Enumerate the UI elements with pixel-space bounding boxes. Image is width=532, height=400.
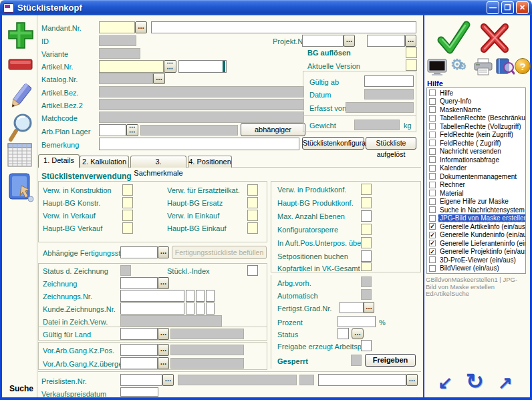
table-icon[interactable] — [7, 143, 32, 170]
help-list-item[interactable]: Eigene Hilfe zur Maske — [428, 198, 525, 206]
abhaengiger-arbplan-button[interactable]: abhängiger Arb.Plan — [241, 123, 305, 136]
gueltig-ab-field[interactable] — [364, 75, 414, 87]
cancel-icon[interactable] — [477, 19, 512, 59]
help-list-item[interactable]: Query-Info — [428, 97, 525, 106]
checkbox-icon[interactable] — [429, 232, 436, 238]
checkbox-icon[interactable] — [429, 240, 436, 246]
vkdatum-field[interactable] — [120, 387, 158, 397]
back-arrow-icon[interactable]: ↙ — [438, 373, 452, 393]
fertigst-field[interactable] — [340, 302, 364, 313]
checkbox-icon[interactable] — [429, 123, 436, 130]
checkbox-icon[interactable] — [429, 215, 436, 222]
checkbox-icon[interactable] — [429, 248, 436, 255]
usage-r1-checkbox[interactable] — [361, 184, 372, 195]
checkbox-icon[interactable] — [429, 265, 436, 272]
checkbox-icon[interactable] — [429, 140, 436, 146]
projekt2-browse-button[interactable]: … — [405, 35, 416, 47]
help-list-item[interactable]: Informationsabfrage — [428, 156, 525, 164]
help-list-item[interactable]: Material — [428, 189, 525, 198]
prozent-field[interactable] — [338, 316, 376, 327]
usage-r7-checkbox[interactable] — [361, 262, 372, 271]
help-list-item[interactable]: TabellenRechte (Vollzugriff) — [428, 122, 525, 131]
zeichnung-field[interactable] — [120, 277, 158, 289]
help-list-item[interactable]: FeldRechte ( Zugriff) — [428, 139, 525, 148]
checkbox-icon[interactable] — [429, 132, 436, 138]
freigabe-checkbox[interactable] — [361, 340, 372, 351]
help-list-item[interactable]: Generelle Kundeninfo (ein/aus) — [428, 231, 525, 240]
arbplan-lager-field[interactable] — [99, 124, 126, 136]
kunde-nr-sub1-field[interactable] — [186, 303, 194, 315]
zeichnung-browse-button[interactable]: … — [158, 277, 169, 289]
add-icon[interactable] — [8, 21, 33, 53]
artikel-nr-field[interactable] — [99, 60, 164, 73]
help-list-item[interactable]: MaskenName — [428, 106, 525, 114]
help-list-item[interactable]: Hilfe — [428, 89, 525, 97]
freigeben-button[interactable]: Freigeben — [365, 354, 416, 367]
close-button[interactable]: ✕ — [516, 1, 529, 14]
aktuelle-version-checkbox[interactable] — [406, 59, 417, 71]
fertigst-browse-button[interactable]: … — [364, 302, 374, 313]
help-list-item[interactable]: Dokumentenmanagement — [428, 172, 525, 181]
minimize-button[interactable]: — — [487, 1, 499, 14]
help-list-item[interactable]: Generelle Lieferanteninfo (ein/aus) — [428, 239, 525, 248]
help-list-item[interactable]: Generelle Projektinfo (ein/aus) — [428, 248, 525, 256]
stueckl-index-field[interactable] — [247, 265, 258, 276]
bg-aufloesen-checkbox[interactable] — [406, 47, 417, 58]
checkbox-icon[interactable] — [429, 190, 436, 196]
bemerkung-field[interactable] — [99, 138, 299, 150]
projekt-nr2-field[interactable] — [367, 35, 405, 47]
help-list-item[interactable]: Suche in Nachrichtensystem speich — [428, 206, 525, 214]
monitor-icon[interactable] — [427, 59, 447, 78]
preisliste-field[interactable] — [120, 374, 162, 386]
checkbox-icon[interactable] — [429, 198, 436, 205]
checkbox-icon[interactable] — [429, 98, 436, 105]
checkbox-icon[interactable] — [429, 148, 436, 155]
print-icon[interactable] — [473, 58, 493, 78]
checkbox-icon[interactable] — [429, 106, 436, 113]
edit-icon[interactable] — [7, 81, 33, 115]
search-icon[interactable] — [7, 112, 35, 146]
usage-c1r3-checkbox[interactable] — [122, 210, 133, 221]
zeichnungs-nr-sub3-field[interactable] — [206, 290, 215, 302]
maximize-button[interactable]: ❐ — [501, 1, 514, 14]
help-list-item[interactable]: 3D-ProE-Viewer (ein/aus) — [428, 256, 525, 264]
usage-c1r1-checkbox[interactable] — [122, 184, 133, 196]
usage-r2-checkbox[interactable] — [361, 197, 372, 208]
help-list-item[interactable]: Kalender — [428, 164, 525, 173]
usage-r3-field[interactable] — [361, 210, 372, 222]
zeichnungs-nr-field[interactable] — [120, 290, 184, 302]
lookup-icon[interactable] — [496, 57, 515, 78]
stuecklistenkonfigurator-button[interactable]: Stücklistenkonfigurator — [302, 137, 364, 150]
tab-sachmerkmale[interactable]: 3. Sachmerkmale — [130, 156, 186, 168]
zeichnungs-nr-sub2-field[interactable] — [196, 290, 205, 302]
help-list-item[interactable]: Nachricht versenden — [428, 148, 525, 156]
vor2-browse-button[interactable]: … — [158, 357, 169, 369]
vor1-field[interactable] — [120, 344, 158, 356]
mandant-browse-button[interactable]: … — [135, 21, 147, 33]
checkbox-icon[interactable] — [429, 206, 436, 213]
settings-icon[interactable]: ⚙⚙ — [450, 56, 467, 73]
help-list-item[interactable]: Rechner — [428, 181, 525, 190]
select-icon[interactable] — [7, 172, 35, 206]
usage-r5-checkbox[interactable] — [361, 237, 372, 248]
usage-c1r4-checkbox[interactable] — [122, 222, 133, 234]
help-list-item[interactable]: JPG-Bild von Maske erstellen — [428, 214, 525, 223]
kunde-nr-sub2-field[interactable] — [196, 303, 205, 315]
refresh-icon[interactable]: ↻ — [466, 369, 484, 394]
mandant-nr-field[interactable] — [99, 21, 135, 33]
status-browse-button[interactable]: … — [352, 328, 364, 339]
abhaengige-browse-button[interactable]: … — [158, 246, 169, 258]
forward-arrow-icon[interactable]: ↗ — [498, 373, 513, 393]
tab-details[interactable]: 1. Details — [38, 154, 80, 168]
vor1-browse-button[interactable]: … — [158, 344, 169, 356]
vor2-field[interactable] — [120, 357, 158, 369]
arbplan-browse-button[interactable]: ⋯⋯ — [126, 124, 138, 136]
mandant-name-field[interactable] — [151, 21, 416, 33]
preisliste2-field[interactable] — [318, 374, 406, 386]
checkbox-icon[interactable] — [429, 173, 436, 180]
usage-c2r4-checkbox[interactable] — [247, 222, 258, 234]
help-list-item[interactable]: BildViewer (ein/aus) — [428, 264, 525, 273]
land-browse-button[interactable]: … — [158, 328, 169, 340]
checkbox-icon[interactable] — [429, 256, 436, 263]
checkbox-icon[interactable] — [429, 156, 436, 163]
